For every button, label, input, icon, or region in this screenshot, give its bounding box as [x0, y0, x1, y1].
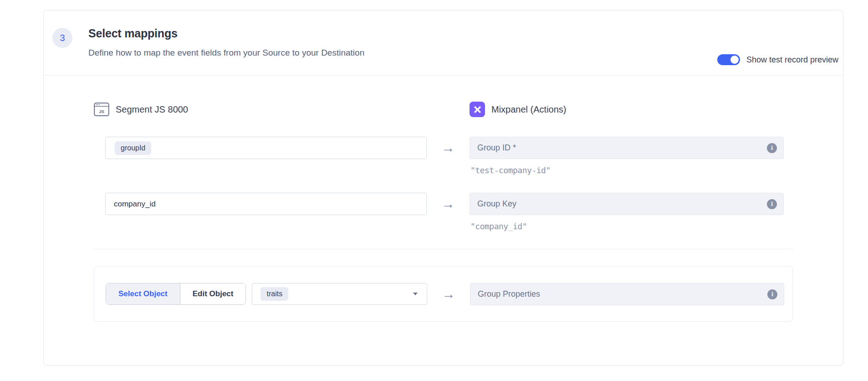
step-number: 3	[60, 33, 65, 43]
header-text: Select mappings Define how to map the ev…	[88, 27, 364, 58]
toggle-knob	[730, 56, 739, 64]
source-endpoint: JS Segment JS 8000	[94, 102, 427, 117]
toggle-label: Show test record preview	[746, 55, 838, 65]
show-test-record-toggle[interactable]	[717, 54, 740, 65]
source-field-input[interactable]: groupId	[105, 137, 427, 159]
destination-field: Group Properties i	[470, 283, 784, 305]
toggle-row: Show test record preview	[717, 54, 838, 65]
destination-field: Group Key i	[470, 193, 784, 215]
page-title: Select mappings	[88, 27, 364, 40]
object-source-dropdown[interactable]: traits	[252, 283, 427, 305]
destination-field-label: Group Properties	[478, 289, 767, 299]
edit-object-button[interactable]: Edit Object	[180, 283, 246, 304]
dropdown-value-token[interactable]: traits	[260, 287, 288, 301]
caret-down-icon	[413, 293, 418, 295]
arrow-right-icon: →	[427, 137, 470, 156]
card-body: JS Segment JS 8000 Mixpanel (Actions) gr…	[44, 76, 843, 322]
source-field-token[interactable]: groupId	[115, 141, 151, 155]
arrow-right-icon: →	[427, 193, 470, 212]
select-mappings-card: 3 Select mappings Define how to map the …	[43, 10, 843, 366]
test-record-preview-value: "company_id"	[470, 221, 784, 231]
test-record-preview-value: "test-company-id"	[470, 165, 784, 175]
mapping-row-group-id: groupId → Group ID * i "test-company-id"	[94, 137, 793, 175]
info-icon[interactable]: i	[767, 143, 777, 153]
destination-field-label: Group Key	[477, 199, 767, 209]
mapping-row-group-key: company_id → Group Key i "company_id"	[94, 193, 793, 231]
info-icon[interactable]: i	[767, 289, 777, 299]
source-name: Segment JS 8000	[116, 104, 188, 115]
info-icon[interactable]: i	[767, 199, 777, 209]
js-browser-icon: JS	[94, 102, 109, 117]
step-number-badge: 3	[52, 28, 72, 48]
mixpanel-icon	[470, 102, 485, 117]
source-field-input[interactable]: company_id	[105, 193, 427, 215]
source-field-value: company_id	[114, 200, 156, 209]
destination-name: Mixpanel (Actions)	[491, 104, 567, 115]
destination-field-label: Group ID *	[477, 143, 767, 153]
destination-field: Group ID * i	[470, 137, 784, 159]
page-subtitle: Define how to map the event fields from …	[88, 48, 364, 58]
arrow-right-icon: →	[427, 283, 470, 302]
section-divider	[94, 249, 793, 249]
object-mode-button-group: Select Object Edit Object	[106, 283, 246, 305]
card-header: 3 Select mappings Define how to map the …	[44, 10, 843, 76]
select-object-button[interactable]: Select Object	[106, 283, 180, 304]
endpoints-row: JS Segment JS 8000 Mixpanel (Actions)	[94, 102, 793, 117]
svg-text:JS: JS	[99, 109, 104, 114]
object-mapping-box: Select Object Edit Object traits → Group…	[94, 266, 793, 322]
destination-endpoint: Mixpanel (Actions)	[470, 102, 784, 117]
